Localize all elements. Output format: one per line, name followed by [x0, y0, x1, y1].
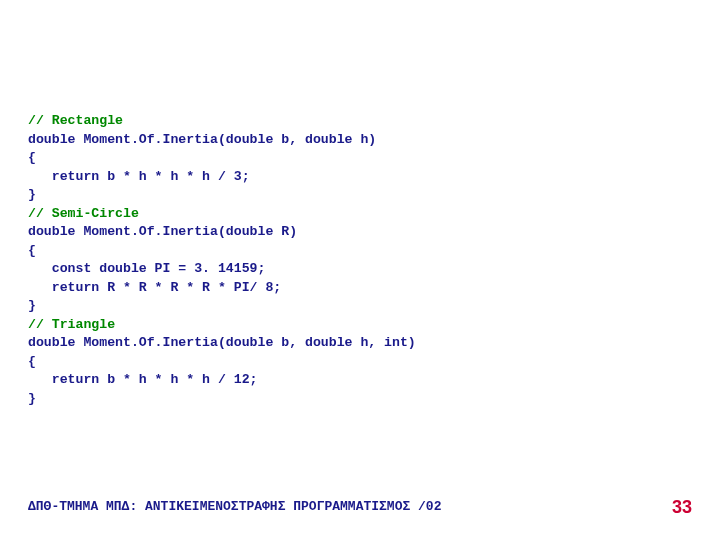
code-block: // Rectangle double Moment.Of.Inertia(do…: [28, 112, 688, 408]
code-line: return b * h * h * h / 12;: [28, 371, 688, 390]
code-comment-triangle: // Triangle: [28, 316, 688, 335]
code-line: return R * R * R * R * PI/ 8;: [28, 279, 688, 298]
code-line: double Moment.Of.Inertia(double b, doubl…: [28, 334, 688, 353]
code-line: }: [28, 390, 688, 409]
page-number: 33: [672, 497, 692, 518]
code-line: }: [28, 297, 688, 316]
code-line: const double PI = 3. 14159;: [28, 260, 688, 279]
code-comment-rectangle: // Rectangle: [28, 112, 688, 131]
code-comment-semicircle: // Semi-Circle: [28, 205, 688, 224]
code-line: {: [28, 353, 688, 372]
code-line: }: [28, 186, 688, 205]
code-line: {: [28, 242, 688, 261]
code-line: double Moment.Of.Inertia(double b, doubl…: [28, 131, 688, 150]
slide-footer: ΔΠΘ-ΤΜΗΜΑ ΜΠΔ: ΑΝΤΙΚΕΙΜΕΝΟΣΤΡΑΦΗΣ ΠΡΟΓΡΑ…: [28, 499, 441, 514]
code-line: return b * h * h * h / 3;: [28, 168, 688, 187]
code-line: double Moment.Of.Inertia(double R): [28, 223, 688, 242]
code-line: {: [28, 149, 688, 168]
